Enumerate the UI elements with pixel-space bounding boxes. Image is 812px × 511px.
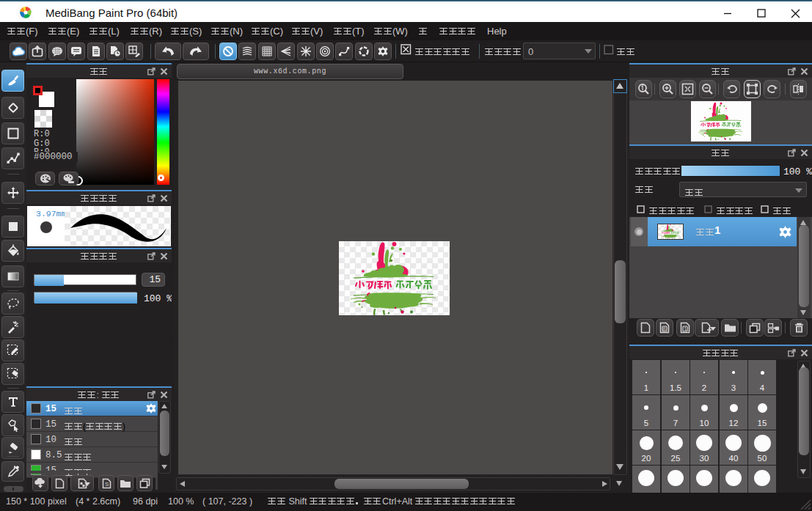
- svg-text:1: 1: [684, 326, 687, 332]
- svg-text:S: S: [105, 481, 109, 488]
- svg-text:8: 8: [663, 326, 666, 332]
